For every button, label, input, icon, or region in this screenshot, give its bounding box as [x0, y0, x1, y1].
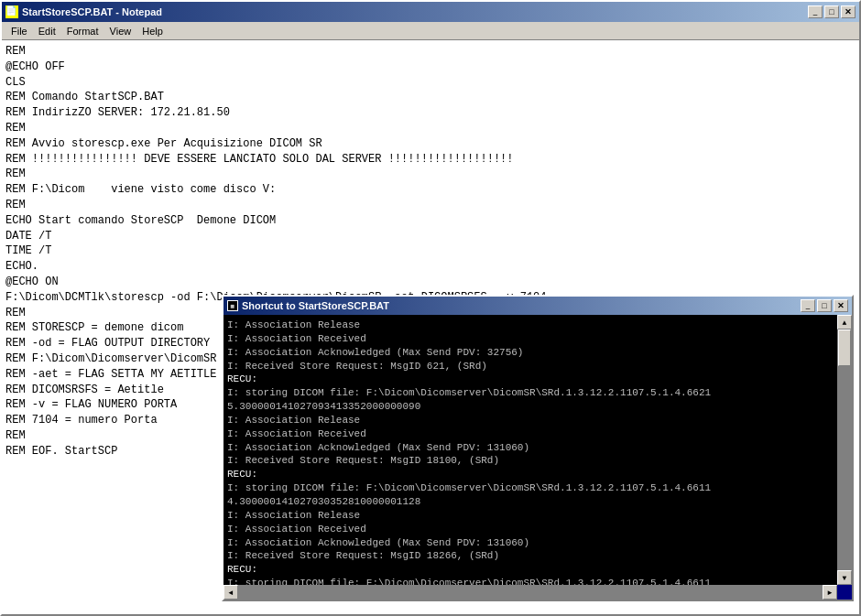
- cmd-output-line: I: Received Store Request: MsgID 18266, …: [227, 549, 834, 563]
- cmd-output-line: I: storing DICOM file: F:\Dicom\Dicomser…: [227, 386, 834, 400]
- close-button[interactable]: ✕: [841, 5, 856, 18]
- cmd-output-line: I: Association Acknowledged (Max Send PD…: [227, 536, 834, 550]
- cmd-title: Shortcut to StartStoreSCP.BAT: [242, 300, 389, 311]
- cmd-title-bar: ■ Shortcut to StartStoreSCP.BAT _ □ ✕: [223, 297, 852, 315]
- cmd-output-line: I: Association Acknowledged (Max Send PD…: [227, 441, 834, 455]
- menu-format[interactable]: Format: [61, 24, 104, 38]
- menu-bar: File Edit Format View Help: [2, 22, 859, 40]
- menu-edit[interactable]: Edit: [33, 24, 61, 38]
- notepad-window: 📄 StartStoreSCP.BAT - Notepad _ □ ✕ File…: [0, 0, 861, 616]
- cmd-output-line: 5.300000141027093413352000000090: [227, 400, 834, 414]
- cmd-output-line: I: Association Received: [227, 332, 834, 346]
- cmd-output-line: I: Received Store Request: MsgID 621, (S…: [227, 360, 834, 373]
- cmd-output-line: I: Received Store Request: MsgID 18100, …: [227, 454, 834, 468]
- scroll-track-horizontal[interactable]: [238, 585, 823, 600]
- cmd-output-line: RECU:: [227, 468, 834, 481]
- cmd-output-line: RECU:: [227, 373, 834, 386]
- scroll-down-button[interactable]: ▼: [837, 570, 852, 585]
- cmd-scrollbar-vertical[interactable]: ▲ ▼: [837, 315, 852, 585]
- minimize-button[interactable]: _: [808, 5, 823, 18]
- maximize-button[interactable]: □: [824, 5, 839, 18]
- cmd-output-line: I: Association Acknowledged (Max Send PD…: [227, 346, 834, 360]
- menu-help[interactable]: Help: [136, 24, 169, 38]
- scroll-track-vertical[interactable]: [837, 330, 852, 570]
- scroll-right-button[interactable]: ►: [823, 585, 837, 600]
- title-bar-text-group: 📄 StartStoreSCP.BAT - Notepad: [5, 5, 162, 18]
- cmd-output-line: I: storing DICOM file: F:\Dicom\Dicomser…: [227, 577, 834, 585]
- cmd-output-line: I: Association Release: [227, 414, 834, 427]
- menu-file[interactable]: File: [5, 24, 33, 38]
- notepad-title: StartStoreSCP.BAT - Notepad: [22, 6, 162, 17]
- menu-view[interactable]: View: [104, 24, 137, 38]
- cmd-icon: ■: [227, 300, 238, 311]
- cmd-output-line: I: Association Release: [227, 319, 834, 332]
- cmd-content: I: Association ReleaseI: Association Rec…: [223, 315, 837, 585]
- cmd-output-line: I: storing DICOM file: F:\Dicom\Dicomser…: [227, 481, 834, 495]
- cmd-minimize-button[interactable]: _: [801, 299, 815, 312]
- cmd-output-line: I: Association Release: [227, 509, 834, 523]
- cmd-output-line: I: Association Received: [227, 523, 834, 536]
- cmd-close-button[interactable]: ✕: [834, 299, 848, 312]
- cmd-scrollbar-horizontal[interactable]: ◄ ►: [223, 585, 837, 600]
- cmd-title-buttons: _ □ ✕: [801, 299, 848, 312]
- title-bar-buttons: _ □ ✕: [808, 5, 856, 18]
- cmd-maximize-button[interactable]: □: [817, 299, 832, 312]
- cmd-output-line: I: Association Received: [227, 427, 834, 441]
- notepad-title-bar: 📄 StartStoreSCP.BAT - Notepad _ □ ✕: [2, 2, 859, 22]
- cmd-output-line: 4.300000141027030352810000001128: [227, 495, 834, 509]
- scroll-left-button[interactable]: ◄: [223, 585, 238, 600]
- notepad-icon: 📄: [5, 5, 18, 18]
- scroll-thumb-vertical[interactable]: [838, 330, 851, 366]
- cmd-title-text-group: ■ Shortcut to StartStoreSCP.BAT: [227, 300, 389, 311]
- cmd-window: ■ Shortcut to StartStoreSCP.BAT _ □ ✕ I:…: [222, 295, 854, 601]
- cmd-output-line: RECU:: [227, 563, 834, 577]
- scroll-up-button[interactable]: ▲: [837, 315, 852, 330]
